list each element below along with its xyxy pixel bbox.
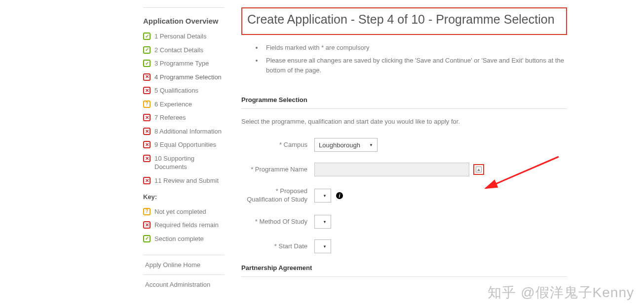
chevron-up-icon: [476, 167, 482, 172]
start-date-row: * Start Date: [241, 239, 567, 253]
key-item-label: Section complete: [154, 235, 204, 243]
campus-row: * Campus Loughborough: [241, 138, 567, 152]
start-date-select[interactable]: [314, 239, 331, 253]
main-content: Create Application - Step 4 of 10 - Prog…: [241, 7, 567, 294]
cross-icon: [143, 73, 151, 81]
info-item: Fields marked with * are compulsory: [263, 43, 567, 53]
info-item: Please ensure all changes are saved by c…: [263, 56, 567, 75]
sidebar-step[interactable]: 8 Additional Information: [143, 127, 225, 136]
cross-icon: [143, 177, 151, 184]
sidebar-step-label: 9 Equal Opportunities: [154, 140, 216, 149]
sidebar-step-label: 11 Review and Submit: [154, 176, 219, 185]
key-item-label: Required fields remain: [154, 221, 219, 230]
sidebar-step-label: 8 Additional Information: [154, 127, 222, 136]
key-list: Not yet completedRequired fields remainS…: [143, 207, 225, 243]
check-icon: [143, 33, 151, 40]
sidebar-link[interactable]: Account Administration: [143, 274, 225, 294]
info-list: Fields marked with * are compulsory Plea…: [263, 43, 567, 75]
method-select[interactable]: [314, 215, 331, 229]
sidebar-step[interactable]: 1 Personal Details: [143, 32, 225, 41]
sidebar-step-label: 6 Experience: [154, 100, 192, 109]
sidebar-step[interactable]: 10 Supporting Documents: [143, 154, 225, 171]
sidebar-links: Apply Online HomeAccount Administration: [143, 255, 225, 294]
section-heading: Programme Selection: [241, 96, 567, 109]
cross-icon: [143, 141, 151, 148]
cross-icon: [143, 114, 151, 121]
sidebar-step[interactable]: 4 Programme Selection: [143, 73, 225, 82]
sidebar-step-label: 7 Referees: [154, 113, 186, 122]
info-icon[interactable]: i: [336, 192, 343, 199]
sidebar-step[interactable]: 7 Referees: [143, 113, 225, 122]
sidebar: Application Overview 1 Personal Details2…: [143, 7, 225, 294]
start-date-label: * Start Date: [241, 242, 314, 251]
sidebar-step[interactable]: 5 Qualifications: [143, 86, 225, 95]
sidebar-step-label: 5 Qualifications: [154, 86, 198, 95]
check-icon: [143, 60, 151, 67]
qualification-select[interactable]: [314, 189, 331, 203]
programme-name-label: * Programme Name: [241, 166, 314, 174]
question-icon: [143, 208, 151, 215]
campus-select[interactable]: Loughborough: [314, 138, 378, 152]
sidebar-step[interactable]: 3 Programme Type: [143, 59, 225, 68]
sidebar-heading: Application Overview: [143, 17, 225, 25]
programme-name-row: * Programme Name: [241, 163, 567, 176]
step-list: 1 Personal Details2 Contact Details3 Pro…: [143, 32, 225, 185]
sidebar-step-label: 1 Personal Details: [154, 32, 207, 41]
campus-label: * Campus: [241, 141, 314, 149]
key-item: Required fields remain: [143, 221, 225, 230]
section-intro: Select the programme, qualification and …: [241, 118, 567, 125]
check-icon: [143, 46, 151, 54]
question-icon: [143, 101, 151, 108]
section2-heading: Partnership Agreement: [241, 264, 567, 277]
key-item: Section complete: [143, 235, 225, 243]
key-item: Not yet completed: [143, 207, 225, 216]
qualification-row: * Proposed Qualification of Study i: [241, 187, 567, 204]
sidebar-step[interactable]: 2 Contact Details: [143, 46, 225, 55]
method-label: * Method Of Study: [241, 218, 314, 226]
qualification-label: * Proposed Qualification of Study: [241, 187, 314, 204]
sidebar-link[interactable]: Apply Online Home: [143, 255, 225, 274]
sidebar-step[interactable]: 6 Experience: [143, 100, 225, 109]
cross-icon: [143, 128, 151, 135]
sidebar-step-label: 3 Programme Type: [154, 59, 209, 68]
sidebar-step[interactable]: 11 Review and Submit: [143, 176, 225, 185]
cross-icon: [143, 87, 151, 94]
check-icon: [143, 235, 151, 242]
page-title-box: Create Application - Step 4 of 10 - Prog…: [241, 7, 567, 35]
sidebar-step-label: 10 Supporting Documents: [154, 154, 225, 171]
sidebar-step-label: 4 Programme Selection: [154, 73, 222, 82]
key-heading: Key:: [143, 193, 225, 201]
campus-value: Loughborough: [319, 141, 360, 149]
method-row: * Method Of Study: [241, 215, 567, 229]
programme-name-input[interactable]: [314, 163, 469, 176]
programme-name-picker-button[interactable]: [473, 164, 484, 175]
cross-icon: [143, 155, 151, 162]
page-title: Create Application - Step 4 of 10 - Prog…: [247, 11, 561, 28]
key-item-label: Not yet completed: [154, 207, 206, 216]
sidebar-step-label: 2 Contact Details: [154, 46, 203, 55]
cross-icon: [143, 221, 151, 229]
sidebar-step[interactable]: 9 Equal Opportunities: [143, 140, 225, 149]
